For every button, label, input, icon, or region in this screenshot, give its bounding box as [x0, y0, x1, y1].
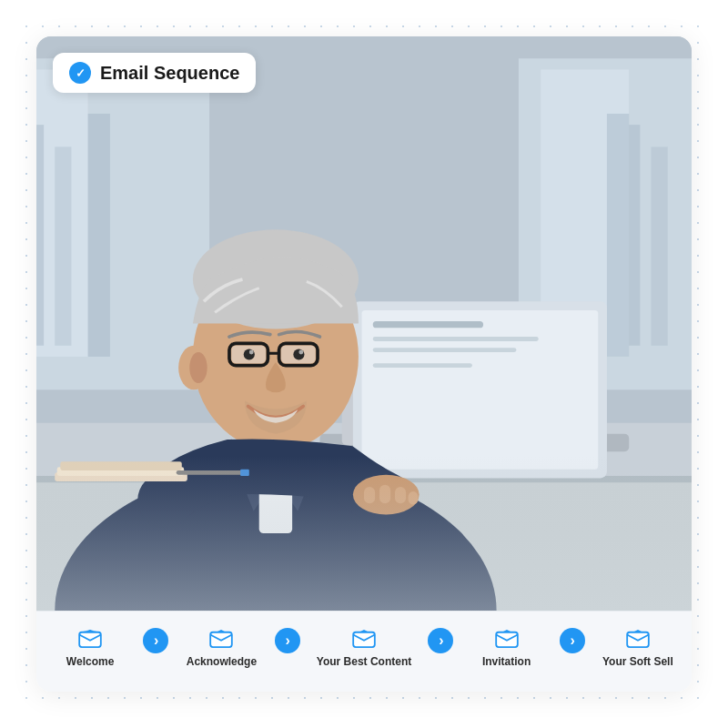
svg-marker-53 [217, 630, 227, 632]
sequence-bar: Welcome Acknowledge [36, 611, 692, 692]
check-icon [69, 62, 91, 84]
arrow-2[interactable] [275, 628, 300, 653]
svg-marker-55 [359, 630, 369, 632]
svg-rect-8 [88, 114, 110, 357]
seq-item-invitation: Invitation [470, 630, 543, 670]
main-card: Email Sequence [36, 36, 692, 692]
seq-label-welcome: Welcome [66, 655, 114, 670]
envelope-icon-best-content [351, 630, 377, 648]
seq-label-acknowledge: Acknowledge [187, 655, 257, 670]
arrow-3[interactable] [428, 628, 453, 653]
seq-item-acknowledge: Acknowledge [185, 630, 258, 670]
seq-item-soft-sell: Your Soft Sell [602, 630, 674, 670]
envelope-icon-soft-sell [625, 630, 651, 648]
seq-item-welcome: Welcome [54, 630, 126, 670]
envelope-icon-invitation [494, 630, 520, 648]
email-sequence-badge: Email Sequence [53, 53, 256, 93]
svg-rect-10 [652, 147, 668, 345]
envelope-icon-welcome [77, 630, 103, 648]
svg-rect-21 [373, 348, 517, 352]
badge-title: Email Sequence [100, 63, 239, 84]
svg-rect-20 [373, 337, 539, 341]
seq-item-best-content: Your Best Content [317, 630, 411, 670]
seq-label-invitation: Invitation [482, 655, 531, 670]
svg-point-35 [249, 350, 254, 355]
page-container: Email Sequence [18, 18, 710, 710]
arrow-4[interactable] [560, 628, 585, 653]
envelope-icon-acknowledge [208, 630, 234, 648]
svg-rect-18 [362, 310, 599, 470]
svg-rect-19 [373, 321, 483, 328]
seq-label-best-content: Your Best Content [317, 655, 411, 670]
svg-rect-22 [373, 363, 472, 368]
svg-point-34 [293, 349, 304, 359]
svg-rect-11 [607, 114, 629, 357]
arrow-1[interactable] [143, 628, 168, 653]
svg-point-38 [189, 352, 207, 383]
svg-marker-59 [632, 630, 642, 632]
svg-point-36 [298, 350, 303, 355]
svg-point-33 [244, 349, 255, 359]
svg-rect-6 [36, 125, 44, 346]
svg-rect-9 [629, 125, 640, 346]
photo-area [36, 36, 692, 611]
svg-marker-57 [501, 630, 511, 632]
svg-rect-7 [55, 147, 71, 345]
seq-label-soft-sell: Your Soft Sell [602, 655, 673, 670]
svg-rect-49 [36, 456, 692, 611]
